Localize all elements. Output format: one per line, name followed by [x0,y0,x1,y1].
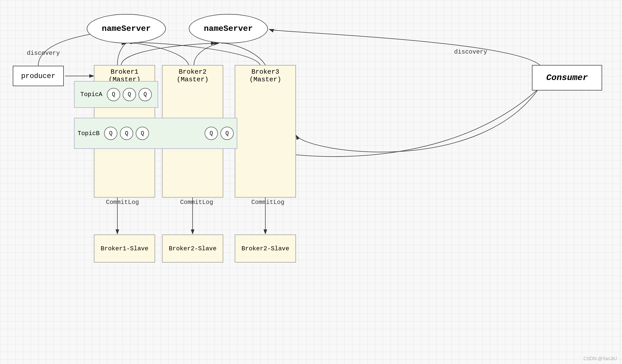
broker3-slave-node: Broker2-Slave [235,235,296,263]
discovery1-label: discovery [27,50,60,57]
broker2-title: Broker2(Master) [177,68,209,83]
topicA-box: TopicA Q Q Q [74,81,158,108]
topicA-label: TopicA [80,91,102,98]
broker2-slave-label: Broker2-Slave [169,245,216,252]
topicB-queue-5: Q [220,127,234,140]
topicB-queue-2: Q [120,127,133,140]
topicA-queue-1: Q [107,88,120,101]
producer-label: producer [21,72,55,80]
topicB-box: TopicB Q Q Q Q Q [74,118,237,149]
nameserver-1-node: nameServer [87,14,166,43]
broker1-slave-node: Broker1-Slave [94,235,155,263]
watermark: CSDN @YanJiU [583,356,617,361]
arrows-layer [0,0,622,364]
topicB-queue-3: Q [136,127,149,140]
discovery2-label: discovery [454,48,487,55]
consumer-node: Consumer [532,65,602,90]
nameserver-1-label: nameServer [102,24,151,33]
commitlog1-label: CommitLog [106,199,139,206]
diagram: nameServer nameServer producer Consumer … [0,0,622,364]
topicB-queue-4: Q [205,127,218,140]
topicB-queue-1: Q [104,127,117,140]
producer-node: producer [13,66,64,86]
broker3-slave-label: Broker2-Slave [241,245,289,252]
topicA-queue-3: Q [139,88,152,101]
topicB-label: TopicB [78,130,99,137]
broker1-slave-label: Broker1-Slave [101,245,148,252]
broker3-master-node: Broker3(Master) [235,65,296,198]
topicA-queue-2: Q [123,88,136,101]
nameserver-2-node: nameServer [189,14,268,43]
commitlog2-label: CommitLog [180,199,213,206]
nameserver-2-label: nameServer [204,24,253,33]
commitlog3-label: CommitLog [251,199,284,206]
broker3-title: Broker3(Master) [250,68,281,83]
consumer-label: Consumer [546,73,588,83]
broker2-slave-node: Broker2-Slave [162,235,223,263]
